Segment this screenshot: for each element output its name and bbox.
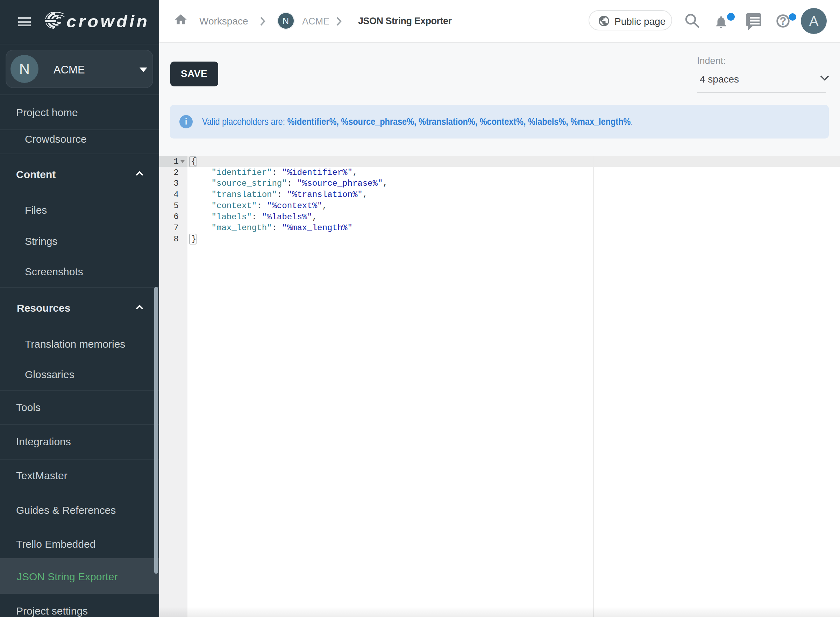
svg-text:?: ? [780,15,787,27]
